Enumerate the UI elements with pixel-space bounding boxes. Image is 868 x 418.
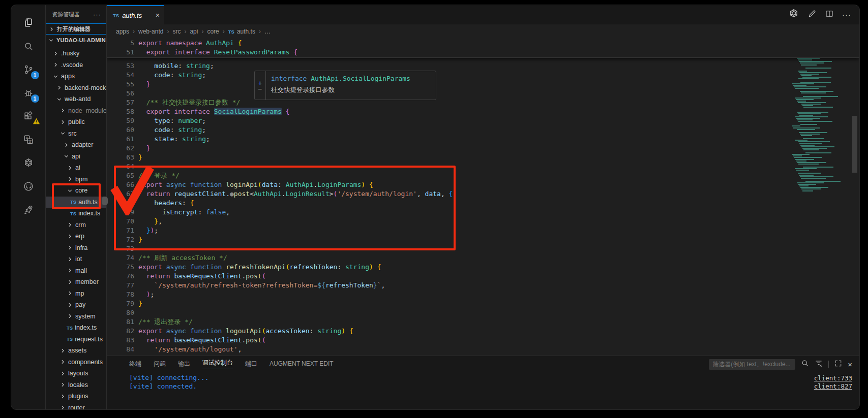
code-line-78[interactable]: 78 ); [107,290,859,299]
code-line-68[interactable]: 68 headers: { [107,199,859,208]
folder-item-web-antd[interactable]: web-antd [46,93,106,105]
file-item-request-ts[interactable]: TSrequest.ts [46,334,106,345]
code-line-77[interactable]: 77 `/system/auth/refresh-token?refreshTo… [107,281,859,290]
code-line-65[interactable]: 65/** 登录 */ [107,171,859,180]
panel-tab-端口[interactable]: 端口 [245,360,257,368]
project-root-item[interactable]: YUDAO-UI-ADMIN-VBEN... [46,35,106,46]
folder-item-iot[interactable]: iot [46,253,106,265]
code-line-81[interactable]: 81/** 退出登录 */ [107,317,859,327]
folder-item-bpm[interactable]: bpm [46,174,106,185]
panel-tab-调试控制台[interactable]: 调试控制台 [202,359,233,369]
folder-item-plugins[interactable]: plugins [46,391,106,402]
folder-item-core[interactable]: core [46,185,106,197]
folder-item-erp[interactable]: erp [46,231,106,242]
file-item-auth-ts[interactable]: TSauth.ts [46,197,106,208]
rocket-icon[interactable] [16,198,41,221]
search-icon[interactable] [16,35,41,58]
explorer-icon[interactable] [16,11,41,35]
panel-tab-终端[interactable]: 终端 [129,360,141,368]
folder-item-src[interactable]: src [46,128,106,140]
code-line-66[interactable]: 66export async function loginApi(data: A… [107,180,859,189]
folder-item-router[interactable]: router [46,402,106,410]
file-item-index-ts[interactable]: TSindex.ts [46,322,106,334]
openai-icon[interactable] [16,151,41,175]
panel-tab-AUGMENT NEXT EDIT[interactable]: AUGMENT NEXT EDIT [270,360,334,367]
code-line-58[interactable]: 58 export interface SocialLoginParams { [107,107,859,116]
source-control-icon[interactable]: 1 [16,58,41,81]
code-line-63[interactable]: 63} [107,153,859,162]
run-debug-icon[interactable]: 1 [16,81,41,105]
maximize-panel-icon[interactable] [834,360,842,369]
breadcrumb-item-file[interactable]: TSauth.ts [228,28,255,35]
breadcrumb-item[interactable]: api [190,28,198,35]
folder-item-layouts[interactable]: layouts [46,368,106,379]
folder-item--vscode[interactable]: .vscode [46,59,106,71]
folder-item-crm[interactable]: crm [46,219,106,231]
folder-item-mall[interactable]: mall [46,265,106,277]
code-line-76[interactable]: 76 return baseRequestClient.post( [107,272,859,281]
code-line-82[interactable]: 82export async function logoutApi(access… [107,327,859,336]
code-line-75[interactable]: 75export async function refreshTokenApi(… [107,263,859,272]
folder-item--husky[interactable]: .husky [46,48,106,59]
panel-tab-问题[interactable]: 问题 [154,360,166,368]
code-line-74[interactable]: 74/** 刷新 accessToken */ [107,253,859,263]
folder-item-member[interactable]: member [46,276,106,288]
code-line-51[interactable]: 51 export interface ResetPasswordParams … [107,48,859,57]
collapse-icon[interactable]: − [258,87,262,91]
edit-icon[interactable] [807,9,817,20]
breadcrumb-item[interactable]: apps [116,28,129,35]
code-line-70[interactable]: 70 }, [107,217,859,226]
code-line-59[interactable]: 59 type: number; [107,116,859,125]
breakpoint-dot[interactable] [114,191,119,197]
close-panel-icon[interactable]: × [848,360,852,369]
source-link[interactable]: client:827 [814,382,852,391]
folder-item-backend-mock[interactable]: backend-mock [46,82,106,94]
breadcrumb-item[interactable]: src [172,28,181,35]
code-line-54[interactable]: 54 code: string; [107,71,859,80]
code-line-5[interactable]: 5export namespace AuthApi { [107,39,859,48]
folder-item-mp[interactable]: mp [46,288,106,300]
folder-item-pay[interactable]: pay [46,299,106,311]
folder-item-public[interactable]: public [46,116,106,128]
folder-item-apps[interactable]: apps [46,71,106,82]
code-line-57[interactable]: 57 /** 社交快捷登录接口参数 */ [107,98,859,107]
more-icon[interactable]: ··· [842,10,851,19]
source-link[interactable]: client:733 [814,374,852,382]
folder-item-node_modules[interactable]: node_modules [46,105,106,117]
folder-item-locales[interactable]: locales [46,379,106,391]
code-line-67[interactable]: 67 return requestClient.●post<AuthApi.Lo… [107,189,859,199]
folder-item-ai[interactable]: ai [46,162,106,174]
code-line-62[interactable]: 62 } [107,144,859,153]
console-filter-input[interactable] [709,359,795,370]
code-line-61[interactable]: 61 state: string; [107,135,859,144]
folder-item-api[interactable]: api [46,151,106,163]
code-line-55[interactable]: 55 } [107,80,859,89]
close-icon[interactable]: × [156,11,160,19]
folder-item-adapter[interactable]: adapter [46,139,106,151]
folder-item-components[interactable]: components [46,357,106,368]
open-editors-section[interactable]: 打开的编辑器 [46,23,106,35]
code-line-64[interactable]: 64 [107,162,859,171]
folder-item-system[interactable]: system [46,311,106,323]
breadcrumb-item[interactable]: web-antd [138,28,163,35]
file-item-index-ts[interactable]: TSindex.ts [46,208,106,219]
code-line-79[interactable]: 79} [107,299,859,308]
code-line-83[interactable]: 83 return baseRequestClient.post( [107,336,859,345]
code-line-53[interactable]: 53 mobile: string; [107,61,859,71]
code-line-60[interactable]: 60 code: string; [107,125,859,135]
filter-icon[interactable] [815,359,823,369]
translate-icon[interactable]: A文 [16,128,41,151]
folder-item-assets[interactable]: assets [46,345,106,357]
code-line-72[interactable]: 72} [107,235,859,244]
minimap[interactable] [792,41,845,330]
extensions-icon[interactable] [16,105,41,128]
editor-content[interactable]: 53 mobile: string;54 code: string;55 }56… [107,39,859,356]
code-line-84[interactable]: 84 '/system/auth/logout', [107,345,859,354]
code-line-56[interactable]: 56 [107,89,859,98]
split-editor-icon[interactable] [825,9,834,20]
editor-scrollbar[interactable] [852,116,857,173]
code-line-71[interactable]: 71 }); [107,226,859,235]
folder-item-infra[interactable]: infra [46,242,106,254]
openai-icon[interactable] [788,8,799,21]
breadcrumb-ellipsis[interactable]: … [264,28,271,35]
